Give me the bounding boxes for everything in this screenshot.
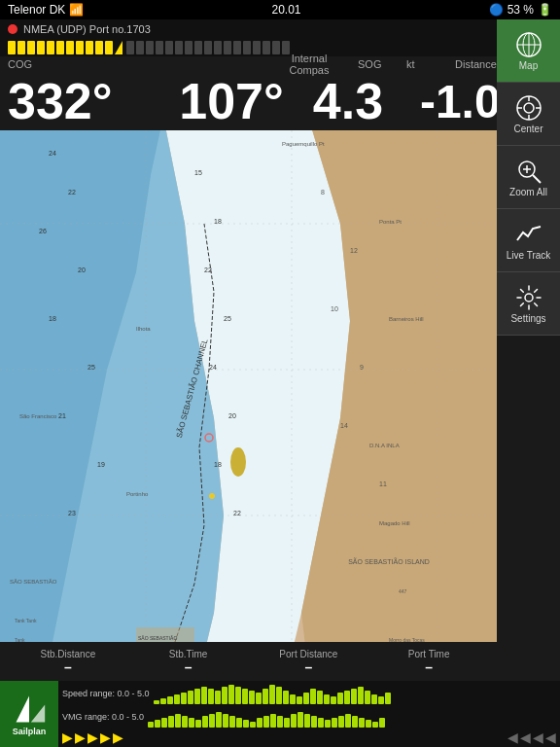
svg-text:25: 25 [224, 315, 231, 322]
sailplan-logo: Sailplan [0, 681, 58, 747]
stb-time-col: Stb.Time – [128, 649, 249, 675]
nmea-label: NMEA (UDP) Port no.1703 [23, 23, 151, 35]
carrier-label: Telenor DK [8, 3, 65, 17]
svg-text:Paguemquillo Pt: Paguemquillo Pt [282, 141, 325, 147]
speed-bar-segment [167, 696, 173, 704]
arrow-fwd-2: ▶ [75, 729, 86, 745]
sog-label: SOG [348, 58, 406, 70]
svg-line-11 [533, 175, 541, 183]
vmg-bar-segment [304, 714, 310, 728]
vmg-row: VMG range: 0.0 - 5.0 [62, 706, 556, 728]
sig-block-g5 [165, 41, 173, 54]
speed-bar-segment [297, 696, 302, 704]
arrow-fwd-4: ▶ [100, 729, 111, 745]
svg-text:Tank Tank: Tank Tank [15, 618, 37, 623]
zoom-all-label: Zoom All [509, 187, 547, 197]
vmg-bar-segment [263, 716, 269, 728]
compass-value: 107° [163, 72, 299, 130]
speed-content: Speed range: 0.0 - 5.0 VMG range: 0.0 - … [58, 681, 560, 747]
sailplan-label: Sailplan [13, 727, 47, 736]
vmg-bar-segment [202, 716, 208, 728]
svg-text:12: 12 [350, 247, 358, 254]
arrow-back-1: ◀ [508, 729, 518, 745]
map-button[interactable]: Map [497, 19, 560, 83]
speed-bar-segment [188, 691, 193, 704]
speed-bar-segment [303, 693, 309, 704]
labels-row: COG Internal Compas SOG kt Distance nmi [0, 56, 560, 72]
sig-block-7 [66, 41, 74, 54]
speed-bar-segment [242, 689, 248, 704]
speed-bar-segment [371, 694, 377, 704]
port-distance-col: Port Distance – [249, 649, 369, 675]
map-svg: SÃO SEBASTIÃO CHANNEL SÃO SEBASTIÃO ISLA… [0, 130, 497, 642]
zoom-all-button[interactable]: Zoom All [497, 146, 560, 209]
svg-text:Magado Hill: Magado Hill [379, 520, 410, 526]
sig-block-g2 [136, 41, 144, 54]
svg-marker-73 [17, 696, 30, 723]
speed-bar-segment [365, 691, 370, 704]
svg-text:18: 18 [49, 315, 56, 322]
vmg-bar-segment [338, 716, 344, 728]
live-track-button[interactable]: Live Track [497, 209, 560, 272]
center-icon [515, 94, 542, 122]
bluetooth-icon: 🔵 [489, 3, 504, 17]
vmg-bar-segment [345, 714, 351, 728]
svg-text:21: 21 [58, 412, 66, 419]
speed-bar-segment [276, 687, 282, 704]
stb-distance-label: Stb.Distance [41, 649, 96, 659]
speed-bar-segment [283, 691, 289, 704]
sig-block-2 [18, 41, 25, 54]
svg-text:D.N.A INLA: D.N.A INLA [369, 443, 400, 448]
vmg-bar-segment [359, 718, 365, 728]
sig-block-g12 [233, 41, 241, 54]
speed-bar-segment [358, 687, 364, 704]
speed-bar-segment [256, 693, 262, 704]
speed-bar-segment [290, 694, 296, 704]
sig-block-g1 [126, 41, 134, 54]
port-distance-label: Port Distance [279, 649, 337, 659]
vmg-bar-segment [257, 718, 262, 728]
svg-point-5 [524, 103, 534, 113]
arrow-back-2: ◀ [520, 729, 531, 745]
svg-point-14 [525, 294, 533, 302]
sig-block-g6 [175, 41, 183, 54]
status-right: 🔵 53 % 🔋 [489, 3, 552, 17]
vmg-bar-segment [236, 718, 242, 728]
center-button[interactable]: Center [497, 83, 560, 146]
settings-label: Settings [510, 313, 545, 324]
svg-text:10: 10 [331, 305, 338, 312]
svg-text:18: 18 [214, 461, 222, 468]
speed-bar-segment [154, 700, 159, 704]
wifi-icon: 📶 [69, 3, 84, 17]
sig-block-g4 [156, 41, 163, 54]
vmg-bar-segment [332, 718, 337, 728]
svg-point-59 [230, 447, 246, 477]
vmg-bar-segment [155, 720, 160, 728]
time-label: 20.01 [271, 3, 300, 17]
svg-text:11: 11 [379, 480, 387, 487]
speed-bar: Sailplan Speed range: 0.0 - 5.0 VMG rang… [0, 681, 560, 747]
vmg-bar-segment [325, 720, 331, 728]
stb-distance-col: Stb.Distance – [8, 649, 128, 675]
sog-unit-label: kt [406, 58, 455, 70]
svg-point-58 [209, 493, 215, 499]
svg-text:26: 26 [39, 228, 47, 234]
speed-bar-segment [160, 698, 166, 704]
speed-bar-segment [269, 685, 275, 704]
svg-text:Barneiros Hill: Barneiros Hill [389, 316, 424, 322]
sig-block-8 [76, 41, 84, 54]
settings-button[interactable]: Settings [497, 272, 560, 336]
sig-block-g7 [185, 41, 192, 54]
speed-bar-segment [262, 689, 268, 704]
sig-block-11 [105, 41, 113, 54]
vmg-bar-segment [311, 716, 317, 728]
map-container[interactable]: SÃO SEBASTIÃO CHANNEL SÃO SEBASTIÃO ISLA… [0, 130, 497, 642]
settings-icon [515, 284, 542, 311]
svg-text:Portinho: Portinho [126, 491, 149, 497]
sig-block-g9 [204, 41, 212, 54]
speed-bar-segment [174, 694, 180, 704]
vmg-bar-segment [161, 718, 167, 728]
status-bar: Telenor DK 📶 20.01 🔵 53 % 🔋 [0, 0, 560, 19]
vmg-bar-segment [182, 716, 188, 728]
port-distance-val: – [304, 659, 312, 675]
